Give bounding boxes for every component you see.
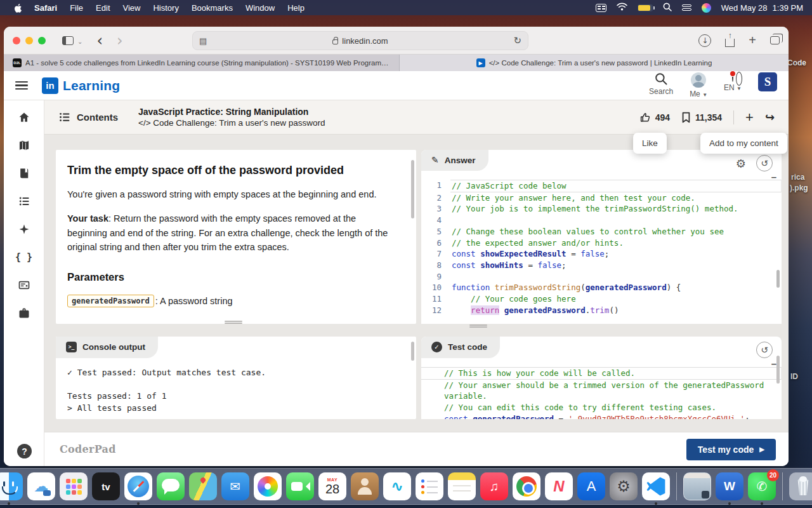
share-course-button[interactable]: ↪ [765, 110, 775, 124]
address-bar[interactable]: ▤ linkedin.com ↻ [192, 31, 528, 50]
language-menu[interactable]: EN ▼ [724, 72, 742, 92]
dock-icon-reminders[interactable] [416, 472, 443, 500]
panel-resize-grip[interactable] [469, 324, 487, 328]
siri-icon[interactable] [702, 3, 711, 13]
panel-resize-grip[interactable] [225, 321, 242, 324]
test-my-code-button[interactable]: Test my code▶ [686, 439, 776, 460]
menu-item[interactable]: Bookmarks [185, 3, 239, 13]
menu-item[interactable]: Safari [28, 3, 63, 13]
menu-item[interactable]: History [147, 3, 185, 13]
code-line[interactable]: 12 return generatedPassword.trim() [421, 305, 782, 316]
certificate-icon[interactable] [17, 278, 31, 292]
code-line[interactable]: // Your answer should be a trimmed versi… [421, 380, 782, 391]
code-line[interactable]: 6// the expected answer and/or hints. [421, 237, 782, 249]
scrollbar-thumb[interactable] [776, 356, 780, 384]
dock-icon-freeform[interactable]: ∿ [383, 472, 411, 500]
dock-icon-news[interactable]: N [545, 472, 573, 500]
dock-icon-whatsapp[interactable]: ✆20 [748, 472, 776, 500]
dock-icon-clouddata[interactable]: ☁ [27, 472, 55, 500]
ai-sparkle-icon[interactable] [17, 222, 31, 236]
tab-overview-icon[interactable] [770, 36, 780, 44]
forward-button[interactable]: › [117, 33, 123, 48]
reset-code-icon[interactable]: ↺ [756, 155, 773, 171]
code-line[interactable]: 5// Change these boolean values to contr… [421, 226, 782, 237]
code-line[interactable]: // This is how your code will be called. [421, 367, 782, 380]
map-icon[interactable] [17, 138, 31, 152]
fullscreen-window-button[interactable] [38, 37, 46, 44]
dock-icon-launchpad[interactable] [60, 472, 88, 500]
dock-icon-vscode[interactable] [642, 472, 670, 500]
back-button[interactable]: ‹ [96, 33, 103, 48]
share-icon[interactable] [725, 39, 735, 47]
test-code-editor[interactable]: // This is how your code will be called.… [421, 367, 782, 419]
downloads-icon[interactable]: ↓ [698, 34, 711, 47]
dock-icon-facetime[interactable] [286, 472, 314, 500]
library-icon[interactable] [17, 166, 31, 180]
close-window-button[interactable] [13, 37, 20, 44]
dock-icon-trash[interactable] [789, 472, 812, 500]
menu-item[interactable]: Edit [89, 3, 116, 13]
briefcase-icon[interactable] [17, 306, 31, 320]
display-icon[interactable] [596, 4, 606, 12]
dock-icon-photos[interactable] [254, 472, 282, 500]
menu-item[interactable]: View [117, 3, 147, 13]
dock-icon-appletv[interactable]: tv [92, 472, 120, 500]
spotlight-icon[interactable] [663, 3, 672, 13]
dock-icon-safari[interactable] [124, 472, 152, 500]
dock-icon-messages[interactable] [157, 472, 185, 500]
dock-icon-window-thumb[interactable] [683, 472, 711, 500]
contents-list-icon[interactable] [17, 194, 31, 208]
linkedin-learning-logo[interactable]: in Learning [42, 77, 120, 94]
menu-item[interactable]: File [63, 3, 89, 13]
code-line[interactable]: 9 [421, 271, 782, 283]
code-line[interactable]: 11 // Your code goes here [421, 293, 782, 305]
hamburger-menu-icon[interactable] [15, 81, 28, 90]
code-line[interactable]: 1// JavaScript code below [421, 180, 782, 192]
add-to-content-button[interactable]: + [745, 109, 754, 126]
sidebar-chevron-icon[interactable]: ⌄ [77, 38, 82, 45]
apple-menu-icon[interactable] [9, 3, 28, 13]
dock-icon-appstore[interactable]: A [577, 472, 605, 500]
dock-icon-calendar[interactable]: MAY28 [318, 472, 346, 500]
tab-d2l[interactable]: D2L A1 - solve 5 code challenges from Li… [4, 55, 400, 71]
menu-item[interactable]: Help [281, 3, 311, 13]
code-braces-icon[interactable]: { } [17, 250, 31, 264]
scrollbar-thumb[interactable] [776, 270, 780, 288]
dock-icon-music[interactable]: ♫ [480, 472, 508, 500]
organization-logo[interactable]: S [758, 72, 777, 91]
battery-icon[interactable] [638, 4, 653, 11]
new-tab-icon[interactable]: + [749, 33, 756, 48]
code-line[interactable]: 3// Your job is to implement the trimPas… [421, 203, 782, 215]
collapse-panel-icon[interactable]: – [771, 358, 776, 369]
dock-icon-mail[interactable]: ✉ [221, 472, 249, 500]
code-line[interactable]: const generatedPassword = ' 9vud9z9WTb5R… [421, 413, 782, 419]
dock-icon-contacts[interactable] [351, 472, 379, 500]
bookmark-button[interactable]: 11,354 [681, 112, 722, 123]
like-button[interactable]: 494 [639, 112, 670, 123]
reset-test-code-icon[interactable]: ↺ [756, 342, 773, 358]
control-center-icon[interactable] [682, 4, 691, 12]
code-line[interactable]: 4 [421, 215, 782, 226]
editor-settings-icon[interactable]: ⚙ [736, 157, 746, 170]
minimize-window-button[interactable] [25, 37, 33, 44]
me-menu[interactable]: Me ▼ [690, 72, 707, 98]
tab-linkedin-learning[interactable]: ▶ </> Code Challenge: Trim a user's new … [400, 55, 789, 71]
dock-icon-settings[interactable]: ⚙ [610, 472, 638, 500]
code-line[interactable]: variable. [421, 391, 782, 402]
contents-button[interactable]: Contents [58, 111, 118, 123]
menu-item[interactable]: Window [239, 3, 281, 13]
dock-icon-notes[interactable] [448, 472, 476, 500]
code-line[interactable]: 7const showExpectedResult = false; [421, 248, 782, 260]
scrollbar-thumb[interactable] [411, 160, 414, 218]
dock-icon-finder[interactable] [0, 472, 23, 500]
code-line[interactable]: 2// Write your answer here, and then tes… [421, 192, 782, 204]
scrollbar-thumb[interactable] [411, 342, 414, 361]
page-settings-icon[interactable]: ▤ [199, 36, 207, 46]
code-line[interactable]: // You can edit this code to try differe… [421, 402, 782, 413]
code-line[interactable]: 8const showHints = false; [421, 260, 782, 271]
dock-icon-maps[interactable] [189, 472, 217, 500]
sidebar-toggle-icon[interactable] [62, 36, 74, 45]
home-icon[interactable] [17, 110, 31, 124]
code-line[interactable]: 10function trimPasswordString(generatedP… [421, 282, 782, 293]
answer-code-editor[interactable]: 1// JavaScript code below2// Write your … [421, 180, 782, 316]
